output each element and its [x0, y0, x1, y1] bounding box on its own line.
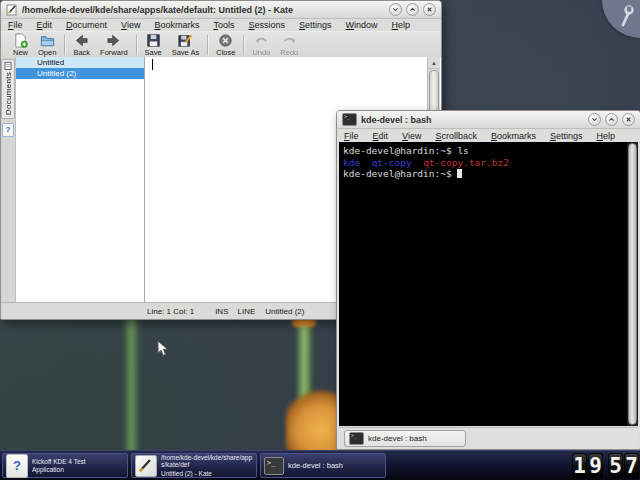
scroll-up-arrow[interactable]: ▲ — [428, 57, 440, 69]
session-tab-label: kde-devel : bash — [368, 434, 427, 443]
toolbar-label: Save — [145, 49, 162, 57]
kickoff-icon: ? — [6, 454, 28, 478]
konsole-menu-scrollback[interactable]: Scrollback — [428, 130, 484, 142]
toolbar-separator — [207, 35, 208, 55]
toolbar-separator — [243, 35, 244, 55]
konsole-session-tabbar: >_ kde-devel : bash — [339, 427, 638, 447]
toolbar-separator — [64, 35, 65, 55]
status-insert-mode: INS — [215, 307, 228, 316]
minimize-icon — [392, 6, 399, 13]
minimize-button[interactable] — [588, 113, 601, 126]
taskbar-panel: ? Kickoff KDE 4 Test Application /home/k… — [0, 450, 640, 480]
back-button[interactable]: Back — [68, 32, 95, 58]
status-document-name: Untitled (2) — [265, 307, 304, 316]
konsole-titlebar[interactable]: >_ kde-devel : bash — [337, 111, 640, 129]
toolbar-label: Close — [216, 49, 235, 57]
toolbar-label: Open — [38, 49, 56, 57]
minimize-icon — [591, 116, 598, 123]
open-button[interactable]: Open — [33, 32, 61, 58]
forward-arrow-icon — [106, 33, 121, 48]
kate-menu-edit[interactable]: Edit — [30, 19, 60, 31]
terminal-line: kde-devel@hardin:~$ ls — [343, 145, 634, 157]
forward-button[interactable]: Forward — [95, 32, 133, 58]
kate-menu-sessions[interactable]: Sessions — [241, 19, 292, 31]
save-button[interactable]: Save — [140, 32, 167, 58]
task-label-line2: Untitled (2) - Kate — [161, 470, 253, 478]
kate-app-icon — [6, 4, 18, 16]
terminal-block-cursor — [457, 169, 462, 178]
maximize-button[interactable] — [406, 3, 419, 16]
toolbar-label: Back — [73, 49, 90, 57]
kate-menu-bookmarks[interactable]: Bookmarks — [147, 19, 206, 31]
taskbar-item-kate[interactable]: /home/kde-devel/kde/share/apps/kate/def … — [131, 453, 257, 478]
redo-button[interactable]: Redo — [275, 32, 303, 58]
help-icon[interactable]: ? — [2, 123, 14, 137]
clock-digit: 1 — [572, 453, 587, 479]
toolbar-label: Redo — [280, 49, 298, 57]
terminal-icon: >_ — [349, 432, 364, 445]
kate-toolbar: New Open Back Forward — [1, 31, 441, 59]
konsole-menu-view[interactable]: View — [395, 130, 428, 142]
terminal-output[interactable]: kde-devel@hardin:~$ lskde qt-copy qt-cop… — [339, 142, 638, 426]
save-floppy-icon — [146, 33, 161, 48]
konsole-menu-edit[interactable]: Edit — [366, 130, 396, 142]
konsole-menu-file[interactable]: File — [337, 130, 366, 142]
maximize-icon — [608, 116, 615, 123]
clock-digit: 7 — [624, 453, 639, 479]
documents-list: UntitledUntitled (2) — [16, 57, 145, 303]
close-circle-icon — [218, 33, 233, 48]
konsole-menu-bookmarks[interactable]: Bookmarks — [484, 130, 543, 142]
konsole-menu-settings[interactable]: Settings — [543, 130, 590, 142]
status-cursor-position: Line: 1 Col: 1 — [147, 307, 194, 316]
kate-menu-document[interactable]: Document — [59, 19, 114, 31]
back-arrow-icon — [74, 33, 89, 48]
document-list-item[interactable]: Untitled (2) — [16, 68, 144, 79]
kate-menu-window[interactable]: Window — [339, 19, 385, 31]
kate-icon — [135, 455, 157, 477]
task-label-line2: Application — [32, 466, 86, 474]
konsole-menu-help[interactable]: Help — [590, 130, 623, 142]
document-list-item[interactable]: Untitled — [16, 57, 144, 68]
taskbar-item-konsole[interactable]: >_ kde-devel : bash — [260, 453, 386, 478]
save-as-button[interactable]: Save As — [167, 32, 205, 58]
terminal-icon: >_ — [264, 457, 284, 475]
close-icon — [625, 116, 632, 123]
taskbar-item-kickoff[interactable]: ? Kickoff KDE 4 Test Application — [2, 453, 128, 478]
kate-menu-file[interactable]: File — [1, 19, 30, 31]
konsole-window: >_ kde-devel : bash FileEditViewScrollba… — [336, 110, 640, 450]
scrollbar-thumb[interactable] — [628, 143, 637, 425]
kate-window-title: /home/kde-devel/kde/share/apps/kate/defa… — [22, 5, 385, 15]
digital-clock[interactable]: 1957 — [572, 453, 639, 479]
status-selection-mode: LINE — [237, 307, 255, 316]
open-folder-icon — [40, 33, 55, 48]
minimize-button[interactable] — [389, 3, 402, 16]
toolbar-label: Save As — [172, 49, 200, 57]
documents-tool-tab[interactable]: Documents — [1, 59, 15, 119]
terminal-scrollbar[interactable] — [627, 142, 638, 426]
maximize-icon — [409, 6, 416, 13]
session-tab[interactable]: >_ kde-devel : bash — [344, 430, 466, 447]
close-button[interactable] — [622, 113, 635, 126]
wallpaper-flower — [286, 390, 342, 454]
kate-menu-view[interactable]: View — [114, 19, 147, 31]
kate-titlebar[interactable]: /home/kde-devel/kde/share/apps/kate/defa… — [1, 1, 441, 19]
task-label-line1: /home/kde-devel/kde/share/apps/kate/def — [161, 454, 253, 469]
close-document-button[interactable]: Close — [211, 32, 240, 58]
close-button[interactable] — [423, 3, 436, 16]
maximize-button[interactable] — [605, 113, 618, 126]
new-button[interactable]: New — [8, 32, 33, 58]
kate-menu-tools[interactable]: Tools — [206, 19, 241, 31]
kate-menu-help[interactable]: Help — [385, 19, 418, 31]
task-label-line1: Kickoff KDE 4 Test — [32, 458, 86, 466]
undo-button[interactable]: Undo — [247, 32, 275, 58]
mouse-cursor — [157, 340, 170, 357]
pencil-icon — [138, 458, 153, 473]
kate-menu-settings[interactable]: Settings — [292, 19, 339, 31]
redo-icon — [282, 33, 297, 48]
terminal-line: kde qt-copy qt-copy.tar.bz2 — [343, 157, 634, 169]
konsole-app-icon: >_ — [342, 113, 357, 126]
toolbar-separator — [136, 35, 137, 55]
task-label-line1: kde-devel : bash — [288, 462, 343, 470]
clock-digit: 5 — [608, 453, 623, 479]
text-caret — [152, 59, 153, 70]
